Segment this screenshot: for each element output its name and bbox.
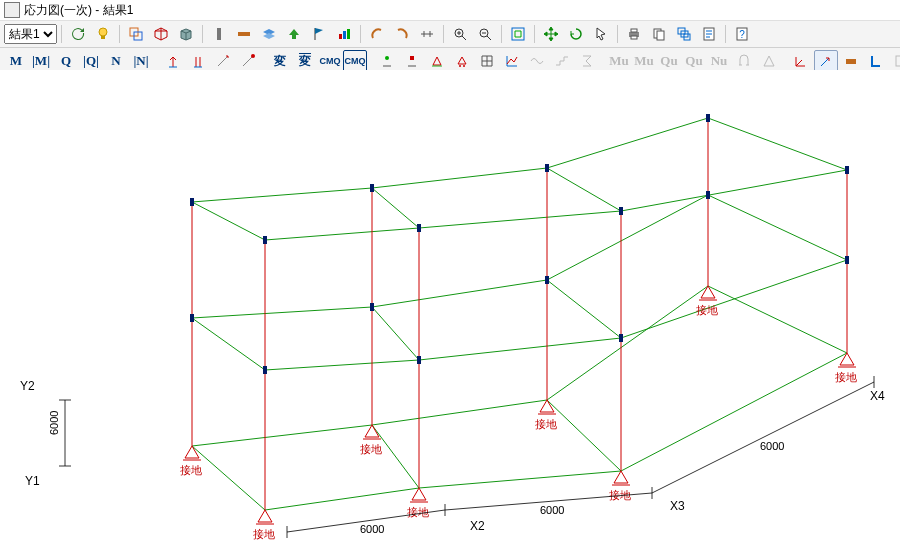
svg-rect-8 [347,29,350,39]
svg-line-40 [192,425,372,446]
chart-icon[interactable] [332,23,356,45]
dim-x2x3: 6000 [540,504,564,516]
app-icon [4,2,20,18]
n-button[interactable]: N [104,50,128,72]
svg-line-56 [708,118,847,170]
copy-icon[interactable] [647,23,671,45]
window-titlebar: 応力図(一次) - 結果1 [0,0,900,21]
cmq-button[interactable]: CMQ [318,50,342,72]
arcleft-icon[interactable] [365,23,389,45]
grid-icon[interactable] [475,50,499,72]
rotate-icon[interactable] [564,23,588,45]
layers-icon[interactable] [257,23,281,45]
svg-line-41 [372,400,547,425]
zoomout-icon[interactable] [473,23,497,45]
ground-label: 接地 [360,443,382,455]
omega-icon[interactable] [732,50,756,72]
svg-line-48 [419,338,621,360]
qu2-button[interactable]: Qu [682,50,706,72]
diag2-icon[interactable] [236,50,260,72]
svg-line-46 [708,195,847,260]
step-icon[interactable] [550,50,574,72]
support-pin-icon [185,446,199,458]
svg-line-55 [547,168,621,211]
isometric-icon[interactable] [149,23,173,45]
svg-line-51 [372,280,547,307]
ground-label: 接地 [180,464,202,476]
node-red-icon[interactable] [400,50,424,72]
svg-line-38 [419,471,621,488]
nu-button[interactable]: Nu [707,50,731,72]
wave-icon[interactable] [525,50,549,72]
ground-label: 接地 [835,371,857,383]
brick-icon[interactable] [839,50,863,72]
panel-icon[interactable] [889,50,900,72]
flag-icon[interactable] [307,23,331,45]
pointer-icon[interactable] [589,23,613,45]
mabs-button[interactable]: |M| [29,50,53,72]
diag1-icon[interactable] [211,50,235,72]
help-icon[interactable]: ? [730,23,754,45]
svg-line-45 [547,280,621,338]
axis-arrow-icon[interactable] [814,50,838,72]
svg-rect-7 [343,31,346,39]
divider-icon[interactable] [415,23,439,45]
q-button[interactable]: Q [54,50,78,72]
m-button[interactable]: M [4,50,28,72]
svg-rect-25 [410,56,414,60]
element-icon[interactable] [232,23,256,45]
ground-label: 接地 [253,528,275,540]
node-green-icon[interactable] [375,50,399,72]
dim-x1x2: 6000 [360,523,384,535]
ground-label: 接地 [696,304,718,316]
svg-line-59 [621,170,847,211]
cube-icon[interactable] [174,23,198,45]
support-pin-icon[interactable] [425,50,449,72]
column-icon[interactable] [207,23,231,45]
cascade-icon[interactable] [672,23,696,45]
svg-line-54 [372,188,419,228]
hen2-button[interactable]: 変 [293,50,317,72]
qabs-button[interactable]: |Q| [79,50,103,72]
print-icon[interactable] [622,23,646,45]
refresh-icon[interactable] [66,23,90,45]
graph-icon[interactable] [500,50,524,72]
zoomin-icon[interactable] [448,23,472,45]
mu2-button[interactable]: Mu [632,50,656,72]
support-roller-icon[interactable] [450,50,474,72]
ground-label: 接地 [535,418,557,430]
svg-rect-11 [512,28,524,40]
svg-line-44 [372,307,419,360]
l-shape-icon[interactable] [864,50,888,72]
arcright-icon[interactable] [390,23,414,45]
svg-rect-4 [217,28,221,40]
lightbulb-icon[interactable] [91,23,115,45]
window-title: 応力図(一次) - 結果1 [24,2,133,19]
sigma-icon[interactable] [575,50,599,72]
move-icon[interactable] [539,23,563,45]
result-select[interactable]: 結果1 [4,24,57,44]
svg-rect-6 [339,34,342,39]
react-up-icon[interactable] [161,50,185,72]
support-pin-icon [701,286,715,298]
zoom-window-icon[interactable] [124,23,148,45]
triangle-icon[interactable] [757,50,781,72]
react-up2-icon[interactable] [186,50,210,72]
nabs-button[interactable]: |N| [129,50,153,72]
svg-point-0 [99,28,107,36]
svg-point-27 [463,65,465,67]
fit-icon[interactable] [506,23,530,45]
axis-x4: X4 [870,389,885,403]
axis-origin-icon[interactable] [789,50,813,72]
qu-button[interactable]: Qu [657,50,681,72]
cmq2-button[interactable]: CMQ [343,50,367,72]
mu-button[interactable]: Mu [607,50,631,72]
svg-rect-14 [631,36,637,39]
notes-icon[interactable] [697,23,721,45]
svg-line-43 [192,318,265,370]
svg-line-49 [621,260,847,338]
viewport-3d[interactable]: 接地接地接地接地接地接地接地接地 6000 6000 6000 6000 X1 … [0,70,900,546]
up-icon[interactable] [282,23,306,45]
svg-line-35 [547,400,621,471]
hen-button[interactable]: 変 [268,50,292,72]
